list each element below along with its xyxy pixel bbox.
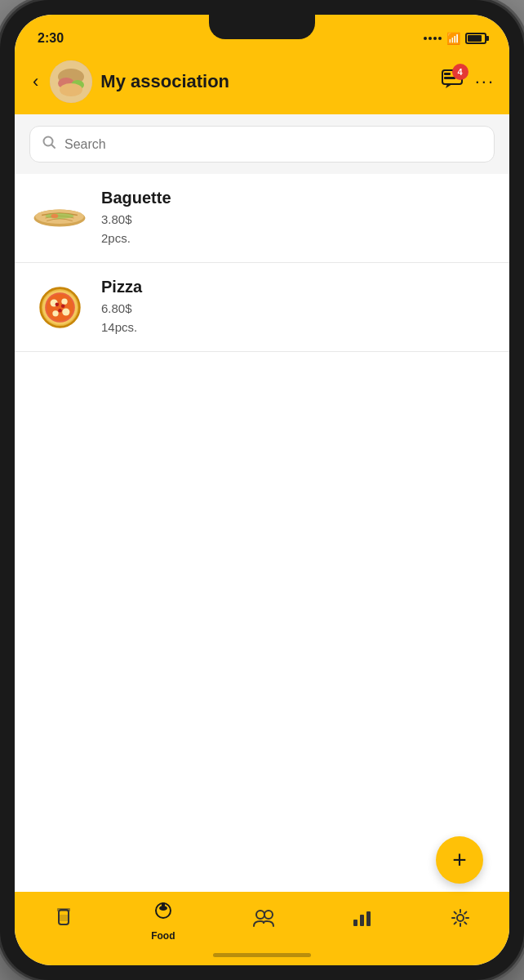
people-icon [252,908,275,933]
item-name: Pizza [101,278,493,296]
battery-icon [465,33,486,44]
notification-button[interactable]: 4 [441,69,464,96]
status-time: 2:30 [38,31,64,46]
stats-icon [352,908,373,933]
header: ‹ My association [15,54,509,114]
add-item-button[interactable]: + [436,836,483,884]
svg-point-20 [62,308,69,315]
svg-point-21 [52,310,58,316]
svg-line-9 [52,145,56,149]
search-box [29,126,495,163]
nav-item-settings[interactable] [437,904,484,938]
svg-rect-27 [59,915,69,921]
avatar [50,60,92,103]
avatar-image [50,60,92,103]
notification-badge: 4 [452,64,468,80]
food-nav-label: Food [151,930,175,942]
battery-fill [468,35,482,42]
svg-point-13 [51,214,59,218]
item-price: 6.80$ 14pcs. [101,300,493,336]
svg-point-23 [60,304,64,308]
back-button[interactable]: ‹ [29,68,42,96]
signal-icon [424,37,442,40]
settings-icon [450,907,471,934]
svg-point-17 [47,294,73,321]
svg-rect-31 [162,902,165,906]
item-image-pizza [31,285,88,330]
header-actions: 4 ··· [441,69,495,96]
svg-rect-36 [366,911,371,926]
nav-item-stats[interactable] [339,905,386,937]
svg-point-24 [58,308,62,312]
search-input[interactable] [64,137,482,152]
phone-screen: 2:30 📶 ‹ [15,15,509,965]
more-options-button[interactable]: ··· [475,71,495,92]
content-list: Baguette 3.80$ 2pcs. [15,174,509,892]
svg-point-12 [46,213,74,219]
item-price: 3.80$ 2pcs. [101,211,493,247]
svg-point-37 [457,915,464,921]
svg-point-19 [61,298,67,304]
nav-item-drinks[interactable] [40,903,87,938]
list-item[interactable]: Baguette 3.80$ 2pcs. [15,174,509,263]
search-icon [42,135,56,154]
nav-item-people[interactable] [239,905,288,937]
nav-item-food[interactable]: Food [138,897,188,945]
svg-rect-6 [444,73,451,75]
svg-rect-34 [353,920,357,926]
item-info-baguette: Baguette 3.80$ 2pcs. [101,189,493,247]
svg-point-33 [264,911,273,919]
item-image-baguette [31,196,88,241]
svg-point-22 [55,302,59,306]
svg-point-32 [256,911,264,919]
item-info-pizza: Pizza 6.80$ 14pcs. [101,278,493,336]
svg-point-4 [60,83,82,96]
phone-frame: 2:30 📶 ‹ [0,0,524,980]
list-item[interactable]: Pizza 6.80$ 14pcs. [15,263,509,352]
search-container [15,114,509,174]
item-name: Baguette [101,189,493,207]
notch [209,15,315,39]
drinks-icon [53,906,74,935]
food-icon [153,900,174,927]
svg-rect-35 [360,915,364,926]
wifi-icon: 📶 [446,32,460,45]
page-title: My association [100,71,432,92]
home-indicator [213,953,311,957]
status-icons: 📶 [424,32,486,45]
svg-rect-28 [57,908,70,911]
